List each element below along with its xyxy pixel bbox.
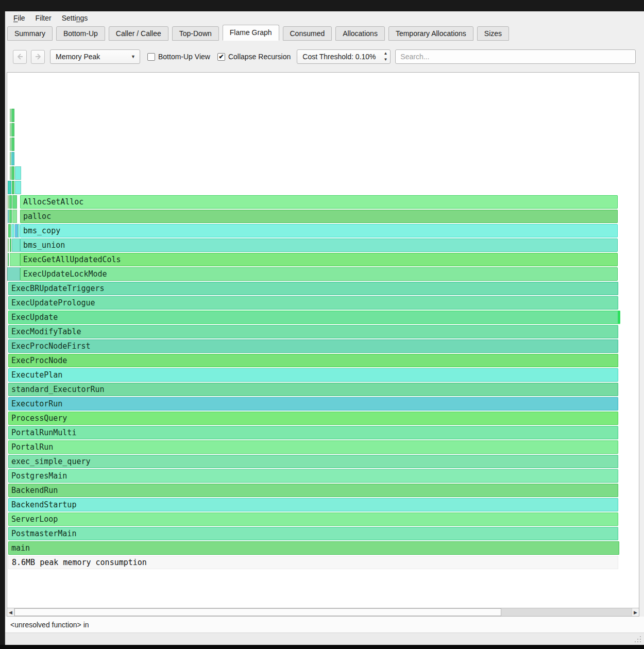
flame-mini-bar[interactable] xyxy=(10,253,20,266)
tab-allocations[interactable]: Allocations xyxy=(335,26,385,41)
tab-flame-graph[interactable]: Flame Graph xyxy=(223,25,279,41)
flame-bar-serverloop[interactable]: ServerLoop xyxy=(8,513,618,526)
flame-bar-palloc[interactable]: palloc xyxy=(20,210,618,223)
flame-bar-label: ExecProcNodeFirst xyxy=(9,341,91,351)
flame-bar-execmodifytable[interactable]: ExecModifyTable xyxy=(8,325,618,338)
resize-grip[interactable] xyxy=(635,636,641,642)
flame-bar-main[interactable]: main xyxy=(8,541,619,555)
flame-mini-bar[interactable] xyxy=(7,267,20,281)
flame-mini-bar[interactable] xyxy=(8,210,9,223)
view-mode-select[interactable]: Memory Peak ▼ xyxy=(50,49,140,64)
flame-bar-label: standard_ExecutorRun xyxy=(9,385,105,394)
window-bottom-strip xyxy=(5,633,644,645)
flame-mini-bar[interactable] xyxy=(12,210,17,223)
flame-mini-bar[interactable] xyxy=(10,238,11,252)
flame-bar-exec-simple-query[interactable]: exec_simple_query xyxy=(8,455,618,468)
menubar: FileFilterSettings xyxy=(5,11,644,25)
flame-mini-bar[interactable] xyxy=(9,210,12,223)
flame-bar-execprocnode[interactable]: ExecProcNode xyxy=(8,354,618,367)
tab-sizes[interactable]: Sizes xyxy=(477,26,509,41)
cost-threshold-spinbox[interactable]: Cost Threshold: 0.10% ▲▼ xyxy=(297,49,391,64)
flame-mini-bar[interactable] xyxy=(8,181,11,194)
flame-bar-label: ExecGetAllUpdatedCols xyxy=(21,255,121,264)
flame-bar-label: main xyxy=(9,543,30,553)
flame-bar-portalrun[interactable]: PortalRun xyxy=(8,440,618,454)
flame-mini-bar[interactable] xyxy=(12,195,17,209)
flame-bar-execbrupdatetriggers[interactable]: ExecBRUpdateTriggers xyxy=(8,282,618,295)
flame-bar-execprocnodefirst[interactable]: ExecProcNodeFirst xyxy=(8,339,618,353)
flame-mini-bar[interactable] xyxy=(8,253,9,266)
collapse-recursion-checkbox[interactable]: ✔ xyxy=(217,53,225,61)
flame-bar-executeplan[interactable]: ExecutePlan xyxy=(8,368,618,382)
flame-bar-portalrunmulti[interactable]: PortalRunMulti xyxy=(8,426,618,439)
tab-top-down[interactable]: Top-Down xyxy=(172,26,219,41)
flame-bar-backendrun[interactable]: BackendRun xyxy=(8,484,618,497)
flame-mini-bar[interactable] xyxy=(10,109,11,122)
flame-bar-processquery[interactable]: ProcessQuery xyxy=(8,412,618,425)
scroll-right-icon[interactable]: ▶ xyxy=(632,608,639,616)
menu-file[interactable]: File xyxy=(8,13,30,23)
flame-bar-postmastermain[interactable]: PostmasterMain xyxy=(8,527,618,540)
horizontal-scrollbar[interactable]: ◀ ▶ xyxy=(7,608,639,616)
tab-caller-callee[interactable]: Caller / Callee xyxy=(109,26,168,41)
flame-mini-bar[interactable] xyxy=(15,166,21,180)
flame-mini-bar[interactable] xyxy=(10,123,11,136)
flame-bar-execupdateprologue[interactable]: ExecUpdatePrologue xyxy=(8,296,618,310)
flame-bar-execupdate[interactable]: ExecUpdate xyxy=(8,311,620,324)
flame-mini-bar[interactable] xyxy=(10,152,11,165)
flame-bar-bms-union[interactable]: bms_union xyxy=(20,238,618,252)
flame-bar-label: ExecUpdatePrologue xyxy=(9,298,95,308)
flame-bar-execgetallupdatedcols[interactable]: ExecGetAllUpdatedCols xyxy=(20,253,618,266)
flame-bar-label: palloc xyxy=(21,212,51,221)
flame-mini-bar[interactable] xyxy=(12,238,20,252)
flame-bar-label: ExecUpdate xyxy=(9,313,58,322)
flame-mini-bar[interactable] xyxy=(10,166,11,180)
flame-bar-executorrun[interactable]: ExecutorRun xyxy=(8,397,618,411)
flame-mini-bar[interactable] xyxy=(10,138,11,151)
flame-root-frame[interactable]: 8.6MB peak memory consumption xyxy=(8,556,618,569)
forward-button[interactable] xyxy=(31,50,45,64)
flame-bar-execupdatelockmode[interactable]: ExecUpdateLockMode xyxy=(20,267,618,281)
tab-consumed[interactable]: Consumed xyxy=(283,26,332,41)
flame-bar-standard-executorrun[interactable]: standard_ExecutorRun xyxy=(8,383,618,396)
flame-mini-bar[interactable] xyxy=(8,224,11,237)
flame-bar-allocsetalloc[interactable]: AllocSetAlloc xyxy=(20,195,618,209)
cost-threshold-value: Cost Threshold: 0.10% xyxy=(302,53,376,61)
flame-mini-bar[interactable] xyxy=(11,152,14,165)
flame-mini-bar[interactable] xyxy=(12,181,14,194)
flame-bar-endcap xyxy=(618,311,620,323)
flame-mini-bar[interactable] xyxy=(8,195,9,209)
chevron-down-icon: ▼ xyxy=(131,54,135,59)
flame-bar-bms-copy[interactable]: bms_copy xyxy=(20,224,618,237)
spinner-arrows-icon[interactable]: ▲▼ xyxy=(383,50,387,63)
tab-temporary-allocations[interactable]: Temporary Allocations xyxy=(388,26,473,41)
flame-mini-bar[interactable] xyxy=(11,224,14,237)
flame-mini-bar[interactable] xyxy=(18,224,20,237)
menu-filter[interactable]: Filter xyxy=(30,13,57,23)
scrollbar-thumb[interactable] xyxy=(14,608,501,616)
flamegraph-canvas[interactable]: AllocSetAllocpallocbms_copybms_unionExec… xyxy=(7,73,639,608)
flame-bar-postgresmain[interactable]: PostgresMain xyxy=(8,469,618,483)
flame-mini-bar[interactable] xyxy=(8,238,9,252)
tab-summary[interactable]: Summary xyxy=(7,26,53,41)
menu-settings[interactable]: Settings xyxy=(57,13,93,23)
flame-bar-label: ExecModifyTable xyxy=(9,327,81,336)
bottom-up-view-checkbox[interactable] xyxy=(147,53,155,61)
flame-mini-bar[interactable] xyxy=(11,123,14,136)
flame-bar-label: ServerLoop xyxy=(9,515,58,524)
flame-bar-backendstartup[interactable]: BackendStartup xyxy=(8,498,618,511)
flame-mini-bar[interactable] xyxy=(11,166,14,180)
bottom-up-view-option: Bottom-Up View xyxy=(147,53,210,61)
search-input[interactable] xyxy=(395,49,636,64)
flame-bar-label: PostgresMain xyxy=(9,471,67,481)
flame-mini-bar[interactable] xyxy=(9,195,12,209)
collapse-recursion-label: Collapse Recursion xyxy=(228,53,291,61)
back-button[interactable] xyxy=(13,50,27,64)
view-mode-value: Memory Peak xyxy=(56,53,100,61)
scroll-left-icon[interactable]: ◀ xyxy=(7,608,14,616)
flame-mini-bar[interactable] xyxy=(11,138,14,151)
bottom-up-view-label: Bottom-Up View xyxy=(158,53,210,61)
tab-bottom-up[interactable]: Bottom-Up xyxy=(56,26,105,41)
flame-mini-bar[interactable] xyxy=(15,181,21,194)
flame-mini-bar[interactable] xyxy=(11,109,14,122)
